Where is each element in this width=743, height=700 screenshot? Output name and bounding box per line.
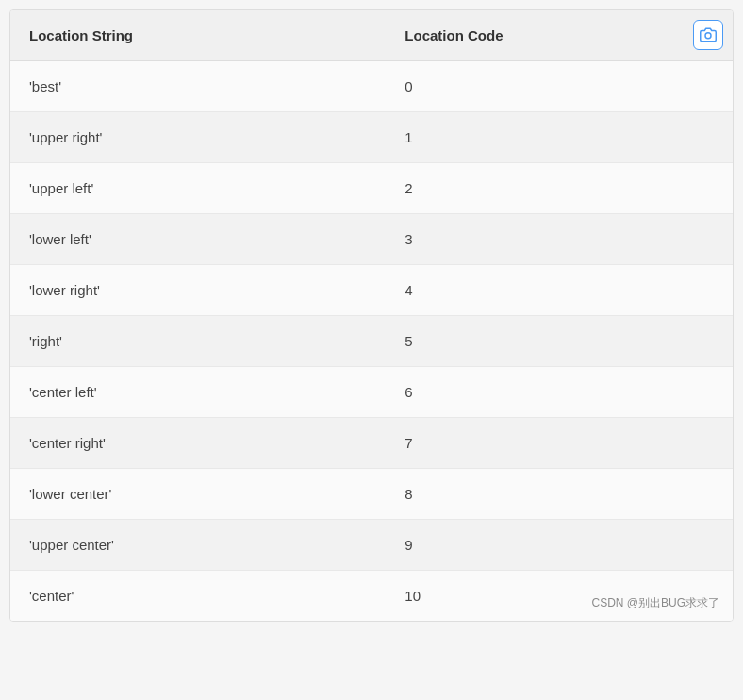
table-row: 'right'5	[10, 316, 733, 367]
cell-location-string: 'lower right'	[10, 265, 386, 316]
cell-location-code: 0	[386, 61, 733, 112]
cell-location-string: 'right'	[10, 316, 386, 367]
cell-location-code: 7	[386, 418, 733, 469]
cell-location-code: 6	[386, 367, 733, 418]
cell-location-string: 'lower center'	[10, 469, 386, 520]
cell-location-code: 9	[386, 520, 733, 571]
table-row: 'upper left'2	[10, 163, 733, 214]
header-location-code: Location Code	[386, 10, 733, 61]
cell-location-code: 3	[386, 214, 733, 265]
cell-location-string: 'center'	[10, 571, 386, 622]
cell-location-code: 2	[386, 163, 733, 214]
table-row: 'lower center'8	[10, 469, 733, 520]
table-row: 'upper center'9	[10, 520, 733, 571]
svg-point-0	[705, 33, 711, 39]
table-row: 'center right'7	[10, 418, 733, 469]
cell-location-string: 'upper center'	[10, 520, 386, 571]
table-row: 'best'0	[10, 61, 733, 112]
cell-location-code: 4	[386, 265, 733, 316]
location-table: Location String Location Code 'best'0'up…	[10, 10, 733, 621]
cell-location-string: 'center right'	[10, 418, 386, 469]
cell-location-string: 'best'	[10, 61, 386, 112]
table-row: 'lower right'4	[10, 265, 733, 316]
table-header-row: Location String Location Code	[10, 10, 733, 61]
table-row: 'lower left'3	[10, 214, 733, 265]
table-row: 'upper right'1	[10, 112, 733, 163]
cell-location-code: 8	[386, 469, 733, 520]
table-container: Location String Location Code 'best'0'up…	[9, 9, 734, 622]
watermark: CSDN @别出BUG求求了	[591, 595, 719, 611]
cell-location-code: 5	[386, 316, 733, 367]
table-row: 'center left'6	[10, 367, 733, 418]
cell-location-code: 1	[386, 112, 733, 163]
cell-location-string: 'upper left'	[10, 163, 386, 214]
cell-location-string: 'center left'	[10, 367, 386, 418]
screenshot-icon[interactable]	[693, 20, 723, 50]
cell-location-string: 'lower left'	[10, 214, 386, 265]
cell-location-string: 'upper right'	[10, 112, 386, 163]
header-location-string: Location String	[10, 10, 386, 61]
